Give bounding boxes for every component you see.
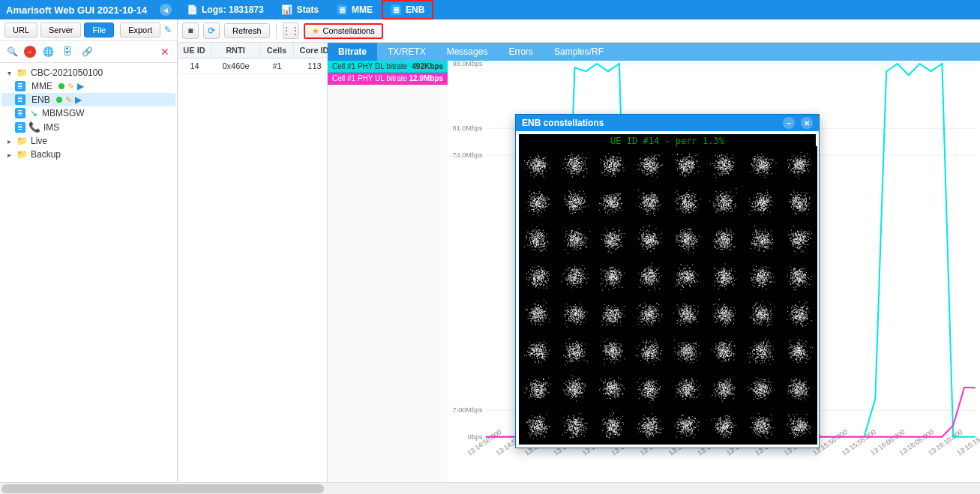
folder-icon: 📁: [16, 136, 28, 146]
col-cells[interactable]: Cells: [260, 43, 294, 58]
cell-ue-id: 14: [178, 58, 211, 73]
tab-enb[interactable]: ENB: [382, 0, 433, 19]
tree-item-mme[interactable]: MME ✎ ▶: [1, 79, 175, 93]
server-icon: [15, 94, 25, 105]
pencil-icon: ✎: [67, 82, 74, 91]
file-button[interactable]: File: [84, 22, 114, 37]
cell-cells: #1: [260, 58, 294, 73]
grid-icon[interactable]: ⋮⋮: [283, 22, 299, 39]
tree-item-label: Live: [31, 136, 47, 146]
database-icon[interactable]: 🗄: [60, 44, 75, 59]
constellations-modal[interactable]: ENB constellations – ✕ UE ID #14 - perr …: [515, 114, 820, 448]
server-icon: [15, 122, 25, 133]
status-dot-icon: [56, 97, 62, 103]
subtab-txretx[interactable]: TX/RETX: [377, 43, 436, 61]
tree-item-backup[interactable]: ▸📁 Backup: [1, 148, 175, 161]
tab-enb-label: ENB: [406, 4, 424, 15]
constellation-subtitle: UE ID #14 - perr 1.3%: [519, 134, 816, 146]
chart-legend: Cell #1 PHY DL bitrate 492Kbps Cell #1 P…: [328, 61, 448, 482]
link-icon[interactable]: 🔗: [79, 44, 94, 59]
tab-logs-label: Logs: 1831873: [202, 4, 264, 15]
phone-icon: 📞: [28, 121, 40, 133]
tree-item-ims[interactable]: 📞 IMS: [1, 120, 175, 134]
file-tree: ▾📁 CBC-2021050100 MME ✎ ▶ ENB ✎ ▶ ↘ MBMS: [0, 63, 177, 482]
legend-ul-name: Cell #1 PHY UL bitrate: [332, 74, 407, 82]
left-panel: URL Server File Export ✎ 🔍 − 🌐 🗄 🔗 ✕ ▾📁 …: [0, 19, 178, 482]
pencil-icon: ✎: [65, 95, 72, 105]
server-icon: [15, 81, 25, 91]
tab-mme-label: MME: [352, 4, 373, 15]
modal-title: ENB constellations: [522, 118, 777, 128]
server-icon: [337, 4, 347, 15]
constellation-plot: [519, 146, 817, 445]
wand-icon[interactable]: ✎: [163, 22, 172, 37]
server-button[interactable]: Server: [40, 22, 81, 37]
sub-tabs: Bitrate TX/RETX Messages Errors Samples/…: [328, 43, 980, 61]
subtab-bitrate[interactable]: Bitrate: [328, 43, 377, 61]
constellations-label: Constellations: [323, 26, 375, 35]
ue-table: UE ID RNTI Cells Core ID 14 0x460e #1 11…: [178, 43, 328, 482]
server-icon: [391, 4, 401, 15]
folder-icon: 📁: [16, 149, 28, 160]
svg-text:0bps: 0bps: [468, 433, 483, 441]
right-panel: ■ ⟳ Refresh ⋮⋮ Constellations UE ID RNTI…: [178, 19, 980, 482]
subtab-errors[interactable]: Errors: [498, 43, 544, 61]
collapse-left-icon[interactable]: ◄: [160, 4, 172, 16]
status-dot-icon: [58, 83, 64, 89]
tab-stats[interactable]: 📊 Stats: [273, 0, 328, 19]
tree-item-label: ENB: [31, 94, 50, 105]
tree-item-label: MME: [31, 81, 52, 91]
tab-logs[interactable]: 📄 Logs: 1831873: [178, 0, 273, 19]
subtab-messages[interactable]: Messages: [436, 43, 499, 61]
stats-icon: 📊: [282, 4, 292, 15]
tree-item-label: MBMSGW: [42, 108, 85, 118]
tree-item-label: Backup: [31, 149, 61, 160]
search-icon[interactable]: 🔍: [4, 44, 19, 59]
tree-item-live[interactable]: ▸📁 Live: [1, 134, 175, 148]
minimize-icon[interactable]: –: [783, 117, 795, 129]
horizontal-scrollbar[interactable]: [0, 482, 980, 494]
cell-rnti: 0x460e: [211, 58, 260, 73]
svg-text:7.00Mbps: 7.00Mbps: [453, 406, 484, 414]
tree-root-label: CBC-2021050100: [31, 67, 103, 78]
document-icon: 📄: [187, 4, 197, 15]
tree-item-mbmsgw[interactable]: ↘ MBMSGW: [1, 106, 175, 120]
tree-item-enb[interactable]: ENB ✎ ▶: [1, 93, 175, 106]
globe-icon[interactable]: 🌐: [40, 44, 55, 59]
url-button[interactable]: URL: [4, 22, 37, 37]
app-title: Amarisoft Web GUI 2021-10-14: [6, 4, 147, 16]
stop-icon[interactable]: −: [24, 46, 36, 58]
refresh-icon[interactable]: ⟳: [203, 22, 220, 39]
stop-record-icon[interactable]: ■: [182, 22, 199, 39]
subtab-samples[interactable]: Samples/RF: [544, 43, 614, 61]
legend-dl-val: 492Kbps: [412, 62, 443, 70]
modal-header[interactable]: ENB constellations – ✕: [516, 115, 819, 131]
legend-ul-val: 12.9Mbps: [409, 74, 443, 82]
svg-text:74.0Mbps: 74.0Mbps: [453, 151, 484, 159]
col-ue-id[interactable]: UE ID: [178, 43, 211, 58]
tab-stats-label: Stats: [297, 4, 319, 15]
header-bar: Amarisoft Web GUI 2021-10-14 ◄ 📄 Logs: 1…: [0, 0, 980, 19]
server-icon: [15, 108, 25, 118]
tab-mme[interactable]: MME: [328, 0, 382, 19]
folder-icon: 📁: [16, 67, 28, 78]
svg-text:81.0Mbps: 81.0Mbps: [453, 124, 484, 132]
close-icon[interactable]: ✕: [801, 117, 813, 129]
export-button[interactable]: Export: [120, 22, 160, 37]
table-header: UE ID RNTI Cells Core ID: [178, 43, 327, 58]
table-row[interactable]: 14 0x460e #1 113: [178, 58, 327, 74]
svg-text:98.0Mbps: 98.0Mbps: [453, 61, 484, 67]
clear-icon[interactable]: ✕: [157, 44, 172, 59]
refresh-button[interactable]: Refresh: [224, 23, 270, 38]
play-icon: ▶: [77, 81, 84, 91]
col-rnti[interactable]: RNTI: [211, 43, 260, 58]
tree-item-label: IMS: [43, 122, 59, 133]
constellations-button[interactable]: Constellations: [304, 23, 383, 39]
legend-dl-name: Cell #1 PHY DL bitrate: [332, 62, 407, 70]
play-icon: ▶: [75, 94, 82, 105]
tree-root[interactable]: ▾📁 CBC-2021050100: [1, 66, 175, 79]
